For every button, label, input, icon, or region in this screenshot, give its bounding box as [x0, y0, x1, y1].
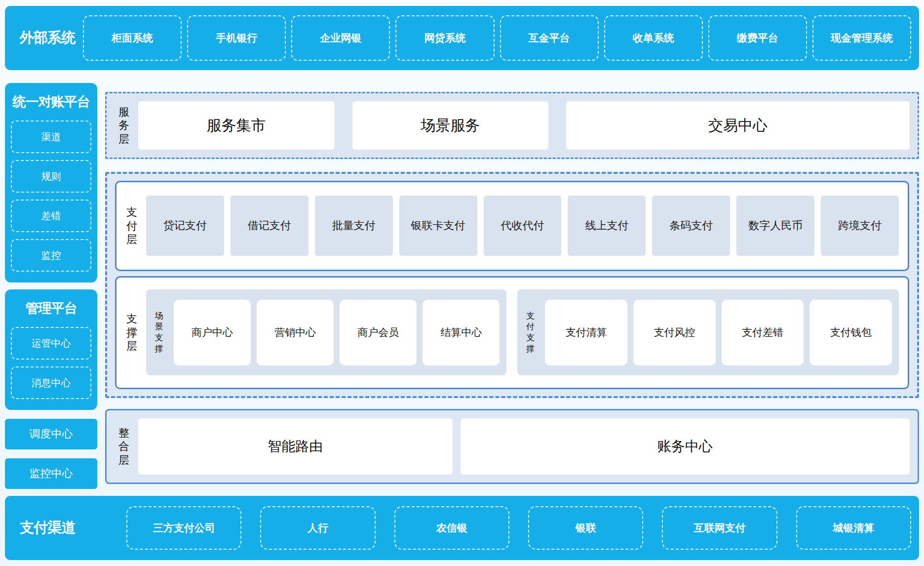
support-node: 营销中心: [257, 300, 334, 365]
support-layer-card: 支撑层 场景支撑 商户中心 营销中心 商户会员 结算中心 支付支撑 支付清算: [115, 276, 909, 389]
support-node: 支付清算: [545, 300, 627, 365]
payment-node: 银联卡支付: [399, 196, 477, 256]
mgmt-platform-title: 管理平台: [11, 299, 91, 317]
payment-support-group: 支付支撑 支付清算 支付风控 支付差错 支付钱包: [517, 289, 899, 375]
external-system-item: 柜面系统: [83, 15, 182, 61]
external-system-item: 互金平台: [500, 15, 599, 61]
scene-support-group: 场景支撑 商户中心 营销中心 商户会员 结算中心: [146, 289, 506, 375]
payment-channels-label: 支付渠道: [20, 518, 83, 538]
support-node: 支付风控: [633, 300, 716, 365]
external-system-item: 缴费平台: [708, 15, 807, 61]
service-node: 场景服务: [352, 101, 549, 150]
payment-architecture-diagram: 外部系统 柜面系统 手机银行 企业网银 网贷系统 互金平台 收单系统 缴费平台 …: [0, 0, 924, 566]
payment-channels-band: 支付渠道 三方支付公司 人行 农信银 银联 互联网支付 城银清算: [5, 496, 919, 560]
payment-node: 代收代付: [484, 196, 562, 256]
mgmt-platform-item: 运管中心: [11, 327, 91, 360]
scene-support-label: 场景支撑: [154, 311, 164, 354]
payment-channel-item: 人行: [260, 506, 375, 550]
support-node: 结算中心: [423, 300, 500, 365]
payment-node: 借记支付: [231, 196, 308, 256]
payment-channel-item: 农信银: [394, 506, 509, 550]
recon-platform-item: 规则: [11, 160, 91, 193]
diagram-body: 统一对账平台 渠道 规则 差错 监控 管理平台 运管中心 消息中心 调度中心 监…: [5, 83, 919, 484]
service-node: 交易中心: [566, 101, 910, 150]
recon-platform-title: 统一对账平台: [11, 93, 91, 111]
payment-channel-item: 银联: [528, 506, 643, 550]
payment-node: 数字人民币: [736, 196, 814, 256]
integration-layer-label: 整合层: [117, 426, 130, 467]
support-node: 商户中心: [174, 300, 251, 365]
service-layer-label: 服务层: [117, 105, 130, 146]
external-systems-band: 外部系统 柜面系统 手机银行 企业网银 网贷系统 互金平台 收单系统 缴费平台 …: [5, 6, 919, 70]
payment-layer-card: 支付层 贷记支付 借记支付 批量支付 银联卡支付 代收代付 线上支付 条码支付 …: [115, 181, 909, 271]
support-layer-groups: 场景支撑 商户中心 营销中心 商户会员 结算中心 支付支撑 支付清算 支付风控 …: [146, 278, 899, 388]
payment-channel-item: 三方支付公司: [126, 506, 241, 550]
support-node: 支付钱包: [809, 300, 892, 365]
service-node: 服务集市: [138, 101, 335, 150]
payment-node: 线上支付: [568, 196, 646, 256]
recon-platform-block: 统一对账平台 渠道 规则 差错 监控: [5, 83, 97, 283]
service-layer-items: 服务集市 场景服务 交易中心: [138, 101, 910, 150]
external-system-item: 企业网银: [291, 15, 390, 61]
payment-channel-item: 互联网支付: [662, 506, 777, 550]
recon-platform-item: 渠道: [11, 121, 91, 153]
payment-channel-item: 城银清算: [796, 506, 911, 550]
external-system-item: 手机银行: [187, 15, 286, 61]
layers-column: 服务层 服务集市 场景服务 交易中心 支付层 贷记支付 借记支付 批量支付 银联…: [105, 83, 919, 484]
external-system-item: 网贷系统: [395, 15, 494, 61]
service-layer-panel: 服务层 服务集市 场景服务 交易中心: [105, 92, 919, 159]
external-systems-label: 外部系统: [20, 28, 83, 48]
payment-node: 批量支付: [315, 196, 393, 256]
recon-platform-item: 监控: [11, 239, 91, 272]
left-sidebar: 统一对账平台 渠道 规则 差错 监控 管理平台 运管中心 消息中心 调度中心 监…: [5, 83, 97, 484]
payment-node: 贷记支付: [146, 196, 224, 256]
payment-node: 条码支付: [652, 196, 730, 256]
dispatch-center-block: 调度中心: [5, 419, 97, 449]
core-layers-panel: 支付层 贷记支付 借记支付 批量支付 银联卡支付 代收代付 线上支付 条码支付 …: [105, 172, 919, 398]
recon-platform-item: 差错: [11, 200, 91, 232]
payment-layer-items: 贷记支付 借记支付 批量支付 银联卡支付 代收代付 线上支付 条码支付 数字人民…: [146, 196, 899, 256]
payment-support-label: 支付支撑: [525, 311, 535, 354]
external-system-item: 现金管理系统: [812, 15, 911, 61]
monitor-center-block: 监控中心: [5, 458, 97, 489]
support-node: 支付差错: [722, 300, 804, 365]
support-layer-label: 支撑层: [125, 312, 138, 353]
payment-channels-items: 三方支付公司 人行 农信银 银联 互联网支付 城银清算: [126, 506, 911, 550]
external-systems-items: 柜面系统 手机银行 企业网银 网贷系统 互金平台 收单系统 缴费平台 现金管理系…: [83, 15, 911, 61]
support-node: 商户会员: [340, 300, 417, 365]
integration-node: 智能路由: [138, 418, 453, 475]
integration-layer-panel: 整合层 智能路由 账务中心: [105, 409, 919, 484]
payment-node: 跨境支付: [821, 196, 899, 256]
external-system-item: 收单系统: [604, 15, 703, 61]
integration-layer-items: 智能路由 账务中心: [138, 418, 910, 475]
mgmt-platform-item: 消息中心: [11, 366, 91, 399]
mgmt-platform-block: 管理平台 运管中心 消息中心: [5, 289, 97, 410]
integration-node: 账务中心: [461, 418, 910, 475]
payment-layer-label: 支付层: [125, 205, 138, 246]
